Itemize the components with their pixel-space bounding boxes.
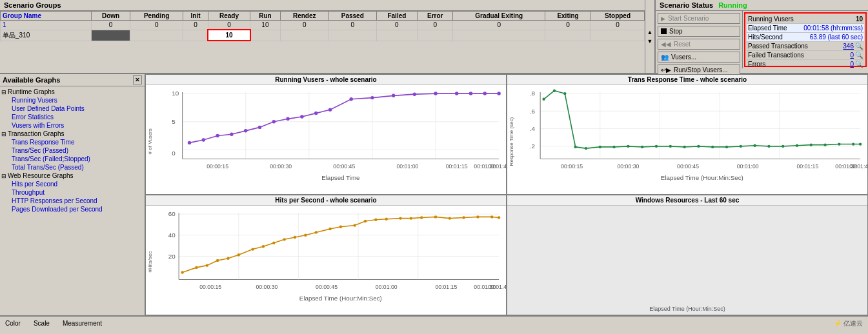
svg-point-107 <box>195 266 197 269</box>
svg-point-112 <box>251 248 254 250</box>
svg-text:40: 40 <box>168 231 176 239</box>
web-resource-graphs-category: ⊟ Web Resource Graphs Hits per Second Th… <box>1 172 143 213</box>
svg-point-71 <box>669 145 672 148</box>
col-down: Down <box>91 12 130 21</box>
table-row: 单品_310 10 <box>1 30 645 41</box>
sidebar-item-trans-sec-passed[interactable]: Trans/Sec (Passed) <box>1 146 143 155</box>
scroll-up-icon[interactable]: ▲ <box>647 29 653 35</box>
hits-second-row: Hits/Second 63.89 (last 60 sec) <box>747 33 864 42</box>
svg-point-133 <box>498 216 500 219</box>
close-graphs-button[interactable]: ✕ <box>133 75 142 84</box>
ready-2: 10 <box>208 30 250 41</box>
passed-magnify-icon[interactable]: 🔍 <box>855 43 863 50</box>
svg-point-115 <box>283 238 285 241</box>
sidebar-item-http-responses[interactable]: HTTP Responses per Second <box>1 197 143 205</box>
table-row: 1 0 0 0 0 10 0 0 0 0 0 0 0 <box>1 21 645 30</box>
svg-text:00:01:00: 00:01:00 <box>737 163 759 170</box>
reset-button[interactable]: ◀◀ Reset <box>658 39 740 50</box>
scenario-groups-title: Scenario Groups <box>0 0 645 11</box>
svg-point-123 <box>374 219 377 221</box>
svg-text:00:00:30: 00:00:30 <box>256 284 278 290</box>
pending-1: 0 <box>130 21 183 30</box>
footer: Color Scale Measurement ⚡ 亿速云 <box>0 316 868 330</box>
svg-point-34 <box>469 92 472 95</box>
chart-title-windows-resources: Windows Resources - Last 60 sec <box>507 195 867 206</box>
stop-button[interactable]: Stop <box>658 26 740 37</box>
svg-point-21 <box>244 129 247 132</box>
svg-point-62 <box>553 90 556 92</box>
svg-point-22 <box>258 126 261 129</box>
svg-text:00:00:45: 00:00:45 <box>677 163 699 170</box>
passed-transactions-value[interactable]: 346 <box>843 43 854 50</box>
running-vusers-chart: Running Vusers - whole scenario # of Vus… <box>145 74 507 195</box>
run-2 <box>250 30 281 41</box>
sidebar-item-vusers-errors[interactable]: Vusers with Errors <box>1 121 143 130</box>
svg-point-118 <box>315 231 318 233</box>
sidebar-item-trans-response[interactable]: Trans Response Time <box>1 138 143 146</box>
errors-value[interactable]: 0 <box>850 61 854 68</box>
svg-point-29 <box>370 96 374 99</box>
down-2 <box>91 30 130 41</box>
svg-point-117 <box>304 234 307 237</box>
footer-tab-color[interactable]: Color <box>5 320 21 327</box>
svg-point-19 <box>216 134 219 137</box>
failed-transactions-row: Failed Transactions 0 🔍 <box>747 51 864 60</box>
sidebar-item-user-defined[interactable]: User Defined Data Points <box>1 104 143 113</box>
scenario-groups-section: Scenario Groups Group Name Down Pending … <box>0 0 868 74</box>
svg-text:00:01:15: 00:01:15 <box>446 163 468 170</box>
svg-point-24 <box>286 117 289 121</box>
svg-point-120 <box>339 226 342 228</box>
error-1: 0 <box>418 21 453 30</box>
svg-point-125 <box>399 217 401 219</box>
footer-tab-scale[interactable]: Scale <box>34 320 50 327</box>
transaction-graphs-category: ⊟ Transaction Graphs Trans Response Time… <box>1 130 143 172</box>
brand-icon: ⚡ <box>834 320 842 327</box>
failed-magnify-icon[interactable]: 🔍 <box>855 52 863 59</box>
vusers-button[interactable]: 👥 Vusers... <box>658 52 740 63</box>
footer-tab-measurement[interactable]: Measurement <box>63 320 102 327</box>
scenario-metrics: Running Vusers 10 Elapsed Time 00:01:58 … <box>744 12 867 67</box>
svg-point-33 <box>455 92 458 95</box>
svg-point-30 <box>392 94 395 97</box>
sidebar-item-error-statistics[interactable]: Error Statistics <box>1 113 143 121</box>
svg-point-79 <box>782 145 784 148</box>
svg-text:.4: .4 <box>530 125 536 132</box>
sidebar-item-pages-downloaded[interactable]: Pages Downloaded per Second <box>1 205 143 213</box>
sidebar-item-throughput[interactable]: Throughput <box>1 188 143 197</box>
svg-text:00:00:15: 00:00:15 <box>199 284 221 290</box>
svg-text:00:00:15: 00:00:15 <box>207 163 228 170</box>
runtime-graphs-label[interactable]: ⊟ Runtime Graphs <box>1 88 143 96</box>
svg-point-81 <box>810 143 812 146</box>
sidebar-item-running-vusers[interactable]: Running Vusers <box>1 96 143 104</box>
start-scenario-button[interactable]: ▶ Start Scenario <box>658 13 740 24</box>
failed-1: 0 <box>376 21 417 30</box>
svg-point-65 <box>585 147 587 150</box>
trans-response-chart: Trans Response Time - whole scenario Res… <box>507 74 868 195</box>
sidebar-item-hits-per-second[interactable]: Hits per Second <box>1 180 143 188</box>
svg-text:60: 60 <box>168 210 176 217</box>
errors-magnify-icon[interactable]: 🔍 <box>855 61 863 68</box>
svg-point-119 <box>328 228 331 230</box>
web-resource-graphs-label[interactable]: ⊟ Web Resource Graphs <box>1 172 143 180</box>
group-name-2: 单品_310 <box>1 30 92 41</box>
table-scroll-arrows[interactable]: ▲ ▼ <box>645 0 655 73</box>
stopped-2 <box>591 30 645 41</box>
svg-point-128 <box>434 215 437 218</box>
svg-point-121 <box>353 224 356 226</box>
svg-text:00:00:45: 00:00:45 <box>333 163 355 170</box>
failed-2 <box>376 30 417 41</box>
svg-point-68 <box>627 145 629 148</box>
transaction-graphs-label[interactable]: ⊟ Transaction Graphs <box>1 130 143 138</box>
svg-point-67 <box>612 146 615 148</box>
failed-transactions-value[interactable]: 0 <box>850 52 854 59</box>
sidebar-item-total-trans[interactable]: Total Trans/Sec (Passed) <box>1 163 143 172</box>
errors-row: Errors 0 🔍 <box>747 60 864 68</box>
sidebar-item-trans-sec-failed[interactable]: Trans/Sec (Failed;Stopped) <box>1 155 143 163</box>
svg-text:0: 0 <box>172 150 176 157</box>
scroll-down-icon[interactable]: ▼ <box>647 38 653 44</box>
available-graphs-panel: Available Graphs ✕ ⊟ Runtime Graphs Runn… <box>0 74 145 315</box>
run-1: 10 <box>250 21 281 30</box>
y-label-running-vusers: # of Vusers <box>146 85 154 195</box>
svg-point-27 <box>328 108 332 111</box>
passed-1: 0 <box>328 21 376 30</box>
